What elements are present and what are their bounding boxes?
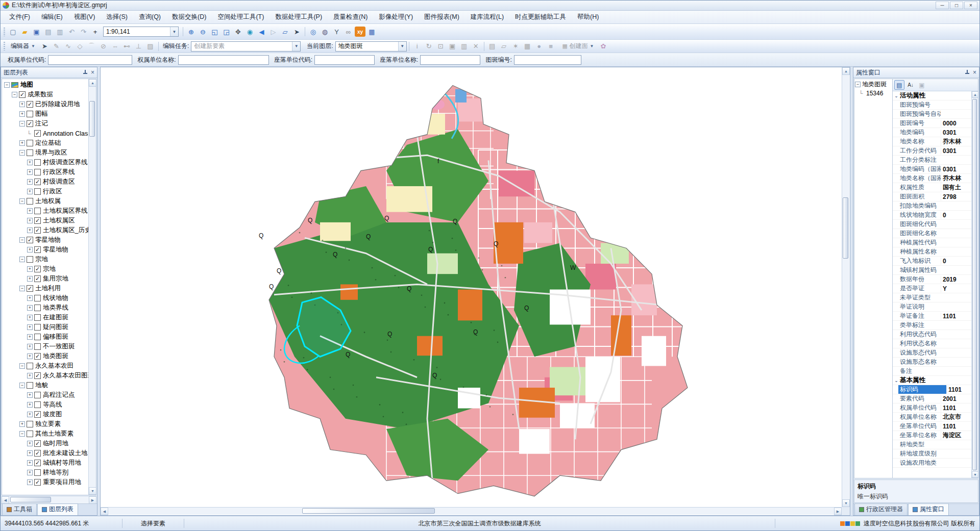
attribute-row[interactable]: 工作分类标注 xyxy=(893,156,971,165)
layer-visibility-checkbox[interactable] xyxy=(34,169,41,175)
attributes-tab[interactable]: 行政区管理器 xyxy=(854,503,908,515)
attribute-label[interactable]: 地类编码 xyxy=(893,128,941,137)
attribute-row[interactable]: 耕地坡度级别 xyxy=(893,449,971,459)
select-rectangle-icon[interactable]: ▱ xyxy=(280,27,290,37)
layer-visibility-checkbox[interactable]: ✓ xyxy=(27,120,33,127)
attribute-row[interactable]: 备注 xyxy=(893,367,971,376)
flower-icon[interactable]: ✿ xyxy=(598,41,609,52)
pin-icon[interactable] xyxy=(965,70,969,75)
layer-tree-item[interactable]: −地貌 xyxy=(2,381,88,390)
layer-visibility-checkbox[interactable] xyxy=(34,469,41,476)
layer-tree-item[interactable]: +✓宗地 xyxy=(2,264,88,274)
tree-expander-icon[interactable]: + xyxy=(27,392,33,398)
scrollbar-thumb[interactable] xyxy=(10,497,51,502)
copy-icon[interactable]: ▤ xyxy=(43,27,54,37)
attribute-row[interactable]: 利用状态名称 xyxy=(893,339,971,348)
owner-unit-code-input[interactable] xyxy=(48,55,132,65)
curve-tool-icon[interactable]: ∿ xyxy=(63,41,74,52)
layer-tree-item[interactable]: +定位基础 xyxy=(2,138,88,148)
layer-tree-item[interactable]: −✓注记 xyxy=(2,119,88,129)
attribute-value[interactable]: Y xyxy=(941,285,971,292)
sketch-panel-icon[interactable]: ▨ xyxy=(145,41,156,52)
tree-expander-icon[interactable]: + xyxy=(27,208,33,214)
layers-tab[interactable]: 图层列表 xyxy=(37,503,78,515)
menu-item[interactable]: 查询(Q) xyxy=(133,11,166,23)
attribute-label[interactable]: 图斑预编号自动 xyxy=(893,110,941,118)
layer-tree-item[interactable]: +独立要素 xyxy=(2,419,88,429)
layer-visibility-checkbox[interactable]: ✓ xyxy=(34,353,41,360)
layer-tree-item[interactable]: +等高线 xyxy=(2,400,88,410)
attribute-row[interactable]: 图斑面积2798 xyxy=(893,192,971,201)
layer-tree-item[interactable]: +耕地等别 xyxy=(2,468,88,477)
attribute-row[interactable]: 飞入地标识0 xyxy=(893,257,971,266)
sketch-pencil-icon[interactable]: ✎ xyxy=(51,41,62,52)
layer-tree-item[interactable]: +偏移图斑 xyxy=(2,332,88,342)
attribute-label[interactable]: 要素代码 xyxy=(893,394,941,403)
attribute-label[interactable]: 权属性质 xyxy=(893,183,941,192)
close-icon[interactable]: × xyxy=(91,69,94,75)
attribute-label[interactable]: 工作分类代码 xyxy=(893,146,941,155)
layer-visibility-checkbox[interactable] xyxy=(27,111,33,117)
layer-visibility-checkbox[interactable] xyxy=(27,421,33,427)
layer-visibility-checkbox[interactable]: ✓ xyxy=(34,479,41,486)
tree-expander-icon[interactable]: − xyxy=(4,82,10,88)
layer-visibility-checkbox[interactable]: ✓ xyxy=(27,101,33,108)
attribute-label[interactable]: 工作分类标注 xyxy=(893,156,941,164)
tree-expander-icon[interactable]: − xyxy=(19,286,25,291)
attribute-label[interactable]: 耕地坡度级别 xyxy=(893,449,941,458)
menu-item[interactable]: 数据交换(D) xyxy=(166,11,212,23)
attribute-row[interactable]: 坐落单位名称海淀区 xyxy=(893,431,971,440)
tree-expander-icon[interactable]: − xyxy=(19,121,25,127)
attribute-value[interactable]: 0 xyxy=(941,258,971,265)
create-face-button[interactable]: ▦ 创建面 ▼ xyxy=(557,40,598,53)
attribute-row[interactable]: 耕地类型 xyxy=(893,440,971,449)
tree-expander-icon[interactable]: + xyxy=(27,295,33,301)
layer-visibility-checkbox[interactable] xyxy=(34,188,41,195)
attribute-value[interactable]: 乔木林 xyxy=(941,174,971,183)
attribute-value[interactable]: 2019 xyxy=(941,276,971,283)
attribute-label[interactable]: 未举证类型 xyxy=(893,293,941,302)
layers-hscrollbar[interactable]: ◀ ▶ xyxy=(2,496,96,503)
attribute-label[interactable]: 城镇村属性码 xyxy=(893,266,941,274)
tree-expander-icon[interactable]: + xyxy=(27,324,33,330)
layer-tree-item[interactable]: +✓集用宗地 xyxy=(2,274,88,284)
layer-visibility-checkbox[interactable]: ✓ xyxy=(34,246,41,253)
scrollbar-thumb[interactable] xyxy=(302,508,435,514)
layer-tree-item[interactable]: +✓城镇村等用地 xyxy=(2,458,88,468)
tree-expander-icon[interactable]: + xyxy=(27,412,33,417)
fixed-zoom-out-icon[interactable]: ◲ xyxy=(221,27,232,37)
zoom-out-icon[interactable]: ⊖ xyxy=(198,27,208,37)
close-button[interactable]: × xyxy=(964,2,977,9)
attribute-row[interactable]: 工作分类代码0301 xyxy=(893,146,971,156)
attribute-row[interactable]: 标识码1101 xyxy=(893,385,971,394)
attribute-value[interactable]: 2001 xyxy=(941,395,971,402)
maximize-button[interactable]: □ xyxy=(950,2,963,9)
edit-task-combo[interactable]: 创建新要素 ▼ xyxy=(191,41,301,52)
attribute-label[interactable]: 地类名称（国家 xyxy=(893,174,941,183)
locate-icon[interactable]: + xyxy=(90,27,101,37)
attribute-row[interactable]: 设施形态代码 xyxy=(893,348,971,358)
snapshot-icon[interactable]: ⊡ xyxy=(435,41,446,52)
polygon-tool-icon[interactable]: ◇ xyxy=(75,41,85,52)
pan-icon[interactable]: ✥ xyxy=(233,27,243,37)
hyperlink-icon[interactable]: ∞ xyxy=(343,27,354,37)
tree-expander-icon[interactable]: − xyxy=(19,431,25,437)
menu-item[interactable]: 视图(V) xyxy=(68,11,101,23)
layer-tree-item[interactable]: +✓批准未建设土地 xyxy=(2,448,88,458)
layer-tree-item[interactable]: +高程注记点 xyxy=(2,390,88,400)
attribute-value[interactable]: 0 xyxy=(941,212,971,219)
map-canvas[interactable]: QQQQQQQQQQQQQQQQfW xyxy=(101,67,842,507)
layer-tree-item[interactable]: +村级调查区界线 xyxy=(2,158,88,167)
location-unit-name-input[interactable] xyxy=(420,55,480,65)
attribute-row[interactable]: 是否举证Y xyxy=(893,284,971,293)
attribute-row[interactable]: 坐落单位代码1101 xyxy=(893,422,971,431)
open-folder-icon[interactable]: ▰ xyxy=(19,27,30,37)
tree-expander-icon[interactable]: − xyxy=(19,198,25,204)
attribute-label[interactable]: 设施农用地类 xyxy=(893,459,941,467)
layer-visibility-checkbox[interactable]: ✓ xyxy=(34,440,41,447)
layer-tree-item[interactable]: −其他土地要素 xyxy=(2,429,88,439)
attribute-row[interactable]: 要素代码2001 xyxy=(893,394,971,403)
attribute-row[interactable]: 权属单位代码1101 xyxy=(893,403,971,413)
attribute-value[interactable]: 0301 xyxy=(941,129,971,136)
tree-expander-icon[interactable]: − xyxy=(19,257,25,262)
